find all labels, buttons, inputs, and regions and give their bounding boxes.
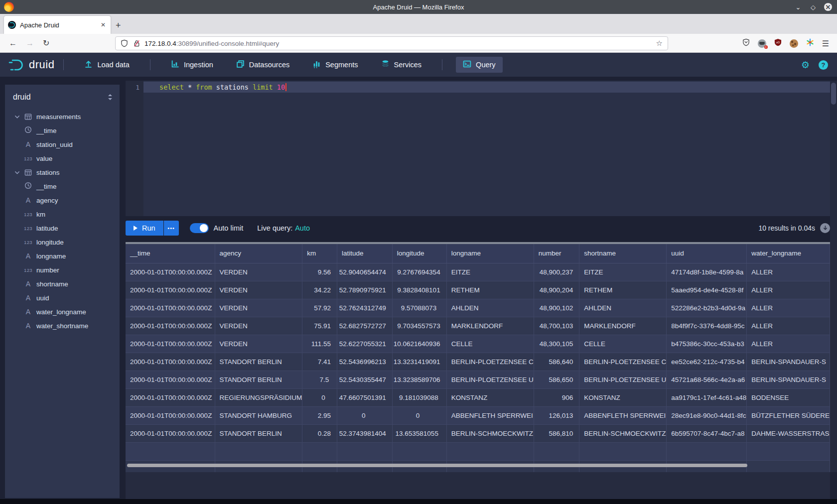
table-cell[interactable]: CELLE [579,335,667,353]
table-cell[interactable]: REGIERUNGSPRÄSIDIUM [215,388,302,406]
column-header-shortname[interactable]: shortname [579,244,667,263]
window-maximize-button[interactable]: ◇ [809,3,817,11]
scrollbar-thumb[interactable] [831,83,836,105]
table-cell[interactable]: ALLER [747,317,830,335]
tab-close-icon[interactable]: ✕ [100,20,107,29]
table-cell[interactable]: 47.6607501391 [337,388,392,406]
table-cell[interactable]: 522286e2-b2b3-4d0d-9a [667,299,747,317]
chevron-down-icon[interactable] [14,169,21,176]
table-cell[interactable]: 45721a68-566c-4e2a-a6 [667,371,747,388]
table-cell[interactable]: BERLIN-PLOETZENSEE C [446,353,534,371]
table-cell[interactable]: ALLER [747,299,830,317]
table-cell[interactable]: 2000-01-01T00:00:00.000Z [126,263,215,281]
table-cell[interactable]: 34.22 [302,281,337,299]
table-cell[interactable]: 28ec91e8-90c0-44d1-8fc [667,406,747,424]
table-cell[interactable]: 586,810 [534,424,579,442]
table-cell[interactable]: 6b595707-8c47-4bc7-a8 [667,424,747,442]
table-cell[interactable]: 13.3231419091 [392,353,446,371]
url-bar[interactable]: 172.18.0.4:30899/unified-console.html#qu… [115,36,668,50]
column-header-km[interactable]: km [302,244,337,263]
table-cell[interactable]: ABBENFLETH SPERRWEI [579,406,667,424]
table-cell[interactable]: VERDEN [215,317,302,335]
nav-item-ingestion[interactable]: Ingestion [164,57,220,73]
table-cell[interactable]: EITZE [579,263,667,281]
column-item-water_longname[interactable]: Awater_longname [5,305,120,319]
table-cell[interactable]: 2000-01-01T00:00:00.000Z [126,406,215,424]
column-item-station_uuid[interactable]: Astation_uuid [5,137,120,151]
table-cell[interactable]: 48,900,204 [534,281,579,299]
column-item-shortname[interactable]: Ashortname [5,277,120,291]
table-cell[interactable]: 48,900,102 [534,299,579,317]
table-cell[interactable]: STANDORT BERLIN [215,371,302,388]
column-header-longitude[interactable]: longitude [392,244,446,263]
table-cell[interactable]: 52.7624312749 [337,299,392,317]
auto-limit-toggle[interactable] [190,223,209,233]
table-cell[interactable]: AHLDEN [446,299,534,317]
table-cell[interactable]: ee52ce62-212c-4735-b4 [667,353,747,371]
chevron-down-icon[interactable] [14,114,21,120]
table-item-measurements[interactable]: measurements [5,110,120,124]
table-cell[interactable]: 8b4f9f7c-3376-4dd8-95c [667,317,747,335]
column-header-longname[interactable]: longname [446,244,534,263]
table-cell[interactable]: 47174d8f-1b8e-4599-8a [667,263,747,281]
table-cell[interactable]: 2000-01-01T00:00:00.000Z [126,335,215,353]
back-icon[interactable]: ← [9,39,17,48]
tracking-protection-shield-icon[interactable] [121,39,128,47]
column-item-latitude[interactable]: 123latitude [5,221,120,235]
table-cell[interactable]: 2000-01-01T00:00:00.000Z [126,424,215,442]
column-item-longname[interactable]: Alongname [5,249,120,263]
table-cell[interactable]: 2000-01-01T00:00:00.000Z [126,317,215,335]
run-button[interactable]: Run [126,221,163,236]
double-caret-icon[interactable] [107,93,114,101]
table-cell[interactable]: 52.5436996213 [337,353,392,371]
nav-item-load-data[interactable]: Load data [77,57,137,73]
table-cell[interactable]: 48,700,103 [534,317,579,335]
forward-icon[interactable]: → [26,39,34,48]
table-cell[interactable]: 0 [337,406,392,424]
containers-extension-icon[interactable]: x [758,39,766,48]
table-cell[interactable]: 586,650 [534,371,579,388]
column-item-water_shortname[interactable]: Awater_shortname [5,319,120,333]
table-cell[interactable]: VERDEN [215,335,302,353]
ublock-extension-icon[interactable]: uO [774,38,782,48]
table-cell[interactable]: 57.92 [302,299,337,317]
table-cell[interactable]: 9.7034557573 [392,317,446,335]
insecure-lock-icon[interactable] [133,39,140,47]
table-cell[interactable]: 7.5 [302,371,337,388]
table-cell[interactable]: 2000-01-01T00:00:00.000Z [126,299,215,317]
table-cell[interactable]: 9.57088073 [392,299,446,317]
table-cell[interactable]: CELLE [446,335,534,353]
table-cell[interactable]: ALLER [747,281,830,299]
table-cell[interactable]: 52.7890975921 [337,281,392,299]
table-cell[interactable]: BERLIN-PLOETZENSEE C [579,353,667,371]
table-cell[interactable]: VERDEN [215,281,302,299]
column-item-uuid[interactable]: Auuid [5,291,120,305]
table-cell[interactable]: 126,013 [534,406,579,424]
table-cell[interactable]: 2.95 [302,406,337,424]
table-cell[interactable]: 52.6227055321 [337,335,392,353]
column-item-km[interactable]: 123km [5,207,120,221]
table-cell[interactable]: 2000-01-01T00:00:00.000Z [126,353,215,371]
schema-selector[interactable]: druid [13,93,107,102]
table-cell[interactable]: b475386c-30cc-453a-b3 [667,335,747,353]
column-item-__time[interactable]: __time [5,179,120,193]
table-cell[interactable]: 13.653581055 [392,424,446,442]
table-cell[interactable]: 9.181039088 [392,388,446,406]
table-cell[interactable]: DAHME-WASSERSTRAS [747,424,830,442]
table-cell[interactable]: 10.0621640936 [392,335,446,353]
column-item-number[interactable]: 123number [5,263,120,277]
bookmark-star-icon[interactable]: ☆ [656,39,663,48]
sql-query-line[interactable]: select * from stations limit 10 [143,82,830,93]
table-cell[interactable]: BERLIN-SPANDAUER-S [747,371,830,388]
column-header-water_longname[interactable]: water_longname [747,244,830,263]
table-cell[interactable]: aa9179c1-17ef-4c61-a48 [667,388,747,406]
table-cell[interactable]: 906 [534,388,579,406]
hamburger-menu-icon[interactable]: ☰ [822,39,829,48]
pocket-shield-icon[interactable] [742,38,750,48]
table-cell[interactable]: 52.3743981404 [337,424,392,442]
table-cell[interactable]: 586,640 [534,353,579,371]
table-cell[interactable]: 2000-01-01T00:00:00.000Z [126,371,215,388]
download-icon[interactable] [820,223,830,233]
table-cell[interactable]: VERDEN [215,263,302,281]
column-header-__time[interactable]: __time [126,244,215,263]
